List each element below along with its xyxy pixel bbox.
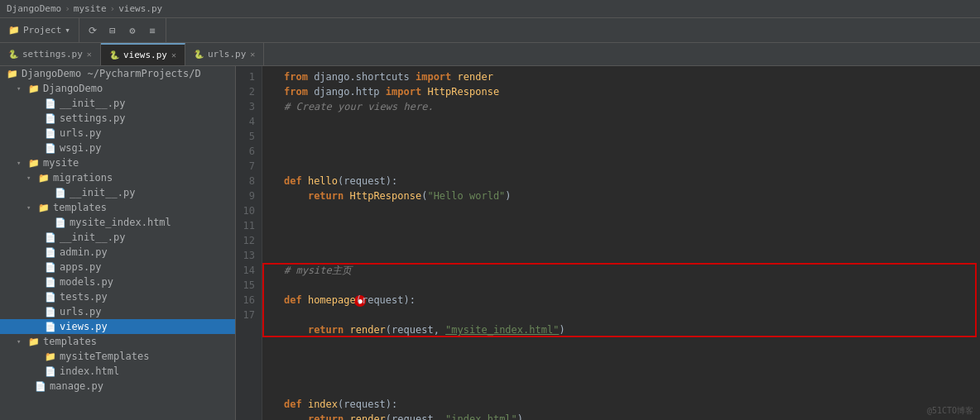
folder-icon-templates1: 📁 [38,203,50,213]
code-line-11: ● def homepage(request): [269,278,980,322]
code-area: 12345 678910 1112131415 1617 from django… [236,66,980,420]
py-icon-apps: 📄 [45,262,56,273]
tab-settings-label: settings.py [22,49,83,60]
sidebar-root-label: DjangoDemo ~/PycharmProjects/D [22,68,201,79]
sidebar-item-index-html[interactable]: 📄 index.html [0,364,235,379]
tab-settings[interactable]: 🐍 settings.py ✕ [0,43,101,65]
tab-urls-label: urls.py [208,49,246,60]
py-icon-urls1: 📄 [45,128,56,139]
sidebar-item-urls-1[interactable]: 📄 urls.py [0,126,235,141]
breadcrumb-file[interactable]: views.py [118,3,162,14]
migrations-label: migrations [53,172,113,184]
models-label: models.py [60,276,113,288]
sidebar-root: 📁 DjangoDemo ~/PycharmProjects/D [0,66,235,81]
sidebar-item-settings[interactable]: 📄 settings.py [0,111,235,126]
folder-icon-1: 📁 [28,84,40,94]
code-line-9 [269,233,980,263]
sidebar-item-models[interactable]: 📄 models.py [0,274,235,289]
tab-views[interactable]: 🐍 views.py ✕ [101,43,185,65]
code-line-4 [269,114,980,144]
project-tree: 📁 DjangoDemo ~/PycharmProjects/D ▾ 📁 Dja… [0,66,236,420]
folder-icon-mysite: 📁 [28,158,40,169]
tab-urls-close[interactable]: ✕ [250,50,255,59]
tab-urls[interactable]: 🐍 urls.py ✕ [185,43,264,65]
code-line-2: from django.http import HttpResponse [269,84,980,99]
mysite-templates-label: mysiteTemplates [60,351,149,362]
admin-label: admin.py [60,246,108,258]
py-icon-wsgi: 📄 [45,143,56,154]
mysite-label: mysite [43,157,79,169]
breadcrumb-mysite[interactable]: mysite [74,3,107,14]
sidebar-item-djangodemo[interactable]: ▾ 📁 DjangoDemo [0,81,235,96]
wsgi-label: wsgi.py [60,142,102,154]
main-layout: 📁 DjangoDemo ~/PycharmProjects/D ▾ 📁 Dja… [0,66,980,420]
urls-1-label: urls.py [60,127,102,139]
html-icon-2: 📄 [45,366,56,377]
sidebar-djangodemo-label: DjangoDemo [43,83,103,94]
project-label: Project [23,25,61,36]
folder-icon-templates2: 📁 [28,336,40,347]
py-icon-1: 📄 [45,98,56,109]
highlight-group: # mysite主页 ● def homepage(request): retu… [269,263,980,337]
init-py-2-label: __init__.py [60,231,125,243]
code-line-13 [269,337,980,367]
py-icon-tests: 📄 [45,292,56,303]
dropdown-arrow-icon: ▾ [65,25,70,36]
tab-settings-close[interactable]: ✕ [87,50,92,59]
project-panel-button[interactable]: 📁 Project ▾ [0,18,79,42]
sidebar-item-templates-1[interactable]: ▾ 📁 templates [0,200,235,215]
breadcrumb-djangodemo[interactable]: DjangoDemo [7,3,61,14]
apps-label: apps.py [60,261,102,273]
sidebar-item-admin[interactable]: 📄 admin.py [0,245,235,260]
root-folder-icon: 📁 [7,69,18,79]
collapse-icon[interactable]: ⊟ [104,22,121,39]
sidebar-item-urls-2[interactable]: 📄 urls.py [0,304,235,319]
py-icon-models: 📄 [45,277,56,288]
sidebar-item-init-migration[interactable]: 📄 __init__.py [0,185,235,200]
init-migration-label: __init__.py [70,187,135,198]
sidebar-item-wsgi[interactable]: 📄 wsgi.py [0,141,235,155]
sidebar-item-mysite-index[interactable]: 📄 mysite_index.html [0,215,235,230]
expand-arrow-templates2: ▾ [17,337,25,346]
sidebar-item-views[interactable]: 📄 views.py [0,319,235,334]
py-icon-init2: 📄 [45,232,56,243]
sync-icon[interactable]: ⟳ [84,22,101,39]
breadcrumb: DjangoDemo › mysite › views.py [0,0,980,18]
sidebar-item-migrations[interactable]: ▾ 📁 migrations [0,170,235,185]
sidebar-item-templates-2[interactable]: ▾ 📁 templates [0,334,235,349]
urls-2-label: urls.py [60,306,102,317]
sidebar-item-mysite-templates[interactable]: 📁 mysiteTemplates [0,349,235,364]
code-editor[interactable]: 12345 678910 1112131415 1617 from django… [236,66,980,420]
tab-views-close[interactable]: ✕ [171,50,176,60]
tabs-bar: 🐍 settings.py ✕ 🐍 views.py ✕ 🐍 urls.py ✕ [0,43,980,66]
sidebar-item-init-py-2[interactable]: 📄 __init__.py [0,230,235,245]
py-file-icon-3: 🐍 [194,50,204,59]
expand-arrow-icon: ▾ [17,84,25,93]
expand-arrow-templates1: ▾ [26,203,35,212]
code-line-8 [269,203,980,233]
init-py-1-label: __init__.py [60,98,125,109]
code-line-3: # Create your views here. [269,99,980,114]
sidebar-item-init-py-1[interactable]: 📄 __init__.py [0,96,235,111]
py-file-icon-2: 🐍 [109,50,119,60]
code-lines: from django.shortcuts import render from… [262,66,980,420]
sidebar-item-apps[interactable]: 📄 apps.py [0,260,235,274]
code-line-14 [269,367,980,397]
views-label: views.py [60,321,108,332]
line-numbers: 12345 678910 1112131415 1617 [236,66,262,420]
templates-2-label: templates [43,336,97,347]
menu-icon[interactable]: ≡ [144,22,161,39]
project-folder-icon: 📁 [8,25,20,36]
code-line-6: def hello(request): [269,174,980,189]
settings-icon[interactable]: ⚙ [124,22,141,39]
py-icon-admin: 📄 [45,247,56,258]
py-icon-urls2: 📄 [45,307,56,317]
py-file-icon: 🐍 [8,50,18,59]
sidebar-item-tests[interactable]: 📄 tests.py [0,289,235,304]
sidebar-item-manage[interactable]: 📄 manage.py [0,379,235,394]
sidebar-item-mysite[interactable]: ▾ 📁 mysite [0,155,235,170]
code-line-16: return render(request, "index.html") [269,412,980,420]
py-icon-settings: 📄 [45,113,56,124]
folder-icon-migrations: 📁 [38,173,50,184]
toolbar-icons: ⟳ ⊟ ⚙ ≡ [79,18,166,42]
